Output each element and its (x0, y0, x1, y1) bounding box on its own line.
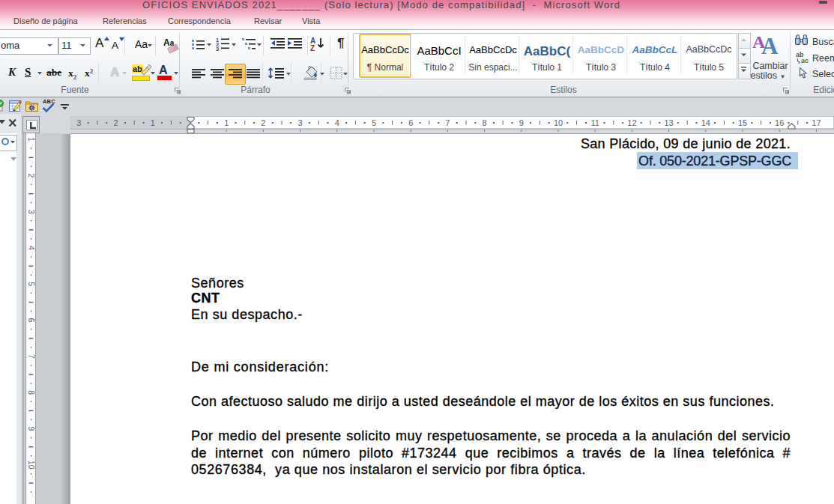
svg-text:9: 9 (519, 118, 524, 127)
svg-text:5: 5 (27, 282, 36, 286)
svg-text:Z: Z (310, 44, 315, 52)
svg-text:7: 7 (27, 354, 36, 359)
svg-text:16: 16 (775, 118, 784, 127)
svg-text:3: 3 (298, 118, 303, 127)
svg-text:4: 4 (335, 118, 339, 127)
svg-text:3: 3 (76, 118, 81, 127)
svg-text:2: 2 (114, 118, 118, 127)
svg-text:4: 4 (27, 246, 36, 250)
svg-text:9: 9 (27, 426, 36, 431)
svg-text:6: 6 (27, 318, 36, 323)
svg-text:6: 6 (408, 118, 413, 127)
svg-text:14: 14 (701, 118, 710, 127)
svg-text:2: 2 (27, 173, 36, 177)
svg-text:11: 11 (590, 118, 599, 127)
svg-text:17: 17 (812, 118, 821, 127)
svg-text:8: 8 (27, 390, 36, 395)
svg-text:5: 5 (372, 118, 376, 127)
svg-text:15: 15 (738, 118, 747, 127)
svg-text:12: 12 (627, 118, 636, 127)
svg-text:8: 8 (483, 118, 487, 127)
svg-text:ac: ac (801, 57, 809, 64)
svg-text:10: 10 (27, 461, 36, 470)
svg-text:3: 3 (27, 210, 36, 214)
svg-text:1: 1 (27, 137, 36, 142)
svg-text:2: 2 (261, 118, 265, 127)
svg-text:10: 10 (554, 118, 563, 127)
svg-text:1: 1 (151, 118, 155, 127)
svg-text:7: 7 (445, 118, 450, 127)
svg-text:3: 3 (216, 46, 219, 52)
svg-text:13: 13 (664, 118, 673, 127)
svg-text:1: 1 (224, 118, 229, 127)
